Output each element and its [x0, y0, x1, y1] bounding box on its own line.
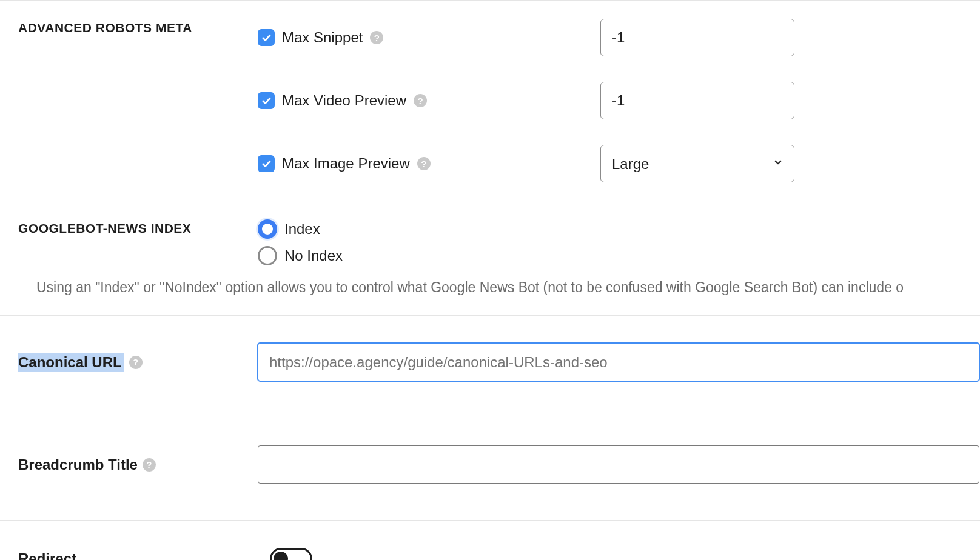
help-icon[interactable]: ? — [417, 157, 431, 170]
max-video-preview-row: Max Video Preview ? — [258, 82, 962, 119]
max-image-preview-select[interactable]: Large — [600, 145, 794, 182]
max-video-preview-checkbox[interactable] — [258, 92, 275, 109]
toggle-knob — [274, 552, 288, 560]
no-index-radio-label: No Index — [284, 247, 343, 264]
index-radio-label: Index — [284, 221, 320, 238]
advanced-robots-section: ADVANCED ROBOTS META Max Snippet ? Max V… — [0, 0, 980, 201]
googlebot-help-text: Using an "Index" or "NoIndex" option all… — [36, 278, 962, 297]
breadcrumb-title-input[interactable] — [258, 445, 979, 484]
help-icon[interactable]: ? — [143, 458, 156, 472]
max-video-preview-label: Max Video Preview — [282, 92, 406, 109]
redirect-section: Redirect — [0, 520, 980, 560]
index-radio[interactable] — [258, 219, 277, 239]
max-image-preview-row: Max Image Preview ? Large — [258, 145, 962, 182]
max-snippet-input[interactable] — [600, 19, 794, 56]
redirect-toggle[interactable] — [270, 548, 312, 560]
max-snippet-checkbox[interactable] — [258, 29, 275, 46]
redirect-label: Redirect — [18, 550, 76, 560]
max-image-preview-checkbox[interactable] — [258, 155, 275, 172]
canonical-url-input[interactable] — [258, 343, 979, 381]
googlebot-news-title: GOOGLEBOT-NEWS INDEX — [18, 221, 258, 236]
max-snippet-row: Max Snippet ? — [258, 19, 962, 56]
max-video-preview-input[interactable] — [600, 82, 794, 119]
help-icon[interactable]: ? — [414, 94, 427, 107]
canonical-url-label: Canonical URL — [18, 353, 124, 372]
max-snippet-label: Max Snippet — [282, 29, 363, 46]
googlebot-news-section: GOOGLEBOT-NEWS INDEX Index No Index Usin… — [0, 201, 980, 315]
breadcrumb-title-section: Breadcrumb Title ? — [0, 418, 980, 520]
advanced-robots-title: ADVANCED ROBOTS META — [18, 21, 258, 35]
help-icon[interactable]: ? — [129, 356, 143, 369]
help-icon[interactable]: ? — [370, 31, 383, 44]
canonical-url-section: Canonical URL ? — [0, 315, 980, 418]
index-radio-row[interactable]: Index — [258, 219, 962, 239]
breadcrumb-title-label: Breadcrumb Title ? — [18, 456, 156, 473]
no-index-radio-row[interactable]: No Index — [258, 246, 962, 265]
max-image-preview-label: Max Image Preview — [282, 155, 410, 172]
no-index-radio[interactable] — [258, 246, 277, 265]
